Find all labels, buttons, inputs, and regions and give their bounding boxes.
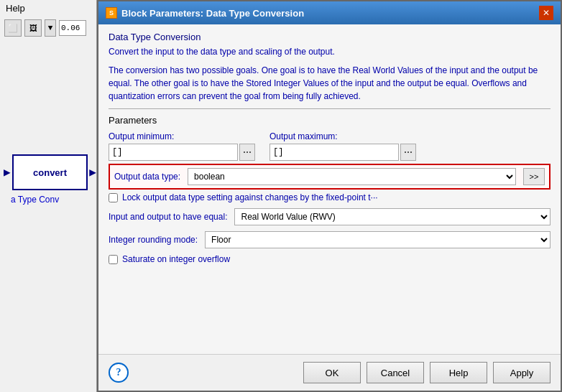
dialog-window: S Block Parameters: Data Type Conversion…	[97, 0, 562, 392]
arrow-right-icon: ▶	[89, 165, 96, 179]
dialog-titlebar: S Block Parameters: Data Type Conversion…	[98, 1, 561, 24]
divider-1	[109, 108, 551, 109]
matlab-background: Help ⬜ 🖼 ▼ ▶ convert ▶ a Type Conv	[0, 0, 97, 392]
block-name-label: Data Type Conversion	[109, 32, 551, 42]
output-type-select[interactable]: boolean double single int8 uint8 int16 u…	[188, 168, 516, 185]
lock-label: Lock output data type setting against ch…	[122, 192, 378, 202]
apply-button[interactable]: Apply	[493, 362, 551, 383]
output-min-group: Output minimum: ⋯	[109, 131, 255, 161]
convert-block: convert	[12, 154, 88, 190]
close-button[interactable]: ✕	[539, 6, 553, 20]
round-row: Integer rounding mode: Ceiling Convergen…	[109, 231, 551, 248]
output-max-dots-button[interactable]: ⋯	[400, 144, 416, 161]
output-max-label: Output maximum:	[270, 131, 416, 141]
description-para: The conversion has two possible goals. O…	[109, 64, 551, 103]
arrow-left-icon: ▶	[4, 165, 11, 179]
saturate-row: Saturate on integer overflow	[109, 254, 551, 264]
output-type-row: Output data type: boolean double single …	[109, 164, 551, 190]
toolbar-button-2[interactable]: 🖼	[24, 19, 42, 37]
dialog-title: Block Parameters: Data Type Conversion	[121, 8, 304, 19]
output-max-input[interactable]	[270, 144, 399, 161]
params-section-label: Parameters	[109, 115, 551, 126]
output-max-group: Output maximum: ⋯	[270, 131, 416, 161]
output-min-dots-button[interactable]: ⋯	[239, 144, 255, 161]
output-min-label: Output minimum:	[109, 131, 255, 141]
help-button[interactable]: Help	[430, 362, 487, 383]
cancel-button[interactable]: Cancel	[367, 362, 424, 383]
round-label: Integer rounding mode:	[109, 235, 198, 245]
toolbar-value-input[interactable]	[59, 20, 86, 36]
footer-buttons: OK Cancel Help Apply	[303, 362, 551, 383]
dropdown-arrow[interactable]: ▼	[45, 19, 56, 37]
convert-block-label: convert	[33, 167, 67, 178]
min-max-row: Output minimum: ⋯ Output maximum: ⋯	[109, 131, 551, 161]
output-type-label: Output data type:	[114, 172, 180, 182]
saturate-checkbox[interactable]	[109, 255, 118, 264]
dialog-body: Data Type Conversion Convert the input t…	[98, 24, 561, 354]
output-min-input[interactable]	[109, 144, 238, 161]
help-icon-button[interactable]: ?	[109, 363, 129, 383]
dialog-title-area: S Block Parameters: Data Type Conversion	[106, 7, 304, 19]
help-icon-text: ?	[116, 367, 121, 378]
equal-label: Input and output to have equal:	[109, 212, 227, 222]
description-line1: Convert the input to the data type and s…	[109, 45, 551, 58]
equal-row: Input and output to have equal: Real Wor…	[109, 208, 551, 225]
block-bottom-label: a Type Conv	[11, 195, 96, 205]
matlab-toolbar: ⬜ 🖼 ▼	[0, 17, 96, 39]
matlab-menu: Help	[0, 0, 96, 17]
round-select[interactable]: Ceiling Convergent Floor Nearest Round S…	[205, 231, 551, 248]
dialog-icon: S	[106, 7, 117, 19]
output-max-input-row: ⋯	[270, 144, 416, 161]
dialog-icon-text: S	[109, 9, 114, 17]
lock-checkbox-row: Lock output data type setting against ch…	[109, 192, 551, 202]
equal-select[interactable]: Real World Value (RWV) Stored Integer (S…	[234, 208, 551, 225]
ok-button[interactable]: OK	[303, 362, 361, 383]
saturate-label: Saturate on integer overflow	[122, 254, 230, 264]
output-min-input-row: ⋯	[109, 144, 255, 161]
toolbar-button-1[interactable]: ⬜	[4, 19, 22, 37]
lock-checkbox[interactable]	[109, 193, 118, 202]
dialog-footer: ? OK Cancel Help Apply	[98, 354, 561, 391]
arrow-button[interactable]: >>	[523, 168, 545, 185]
help-menu-item[interactable]: Help	[6, 3, 25, 14]
